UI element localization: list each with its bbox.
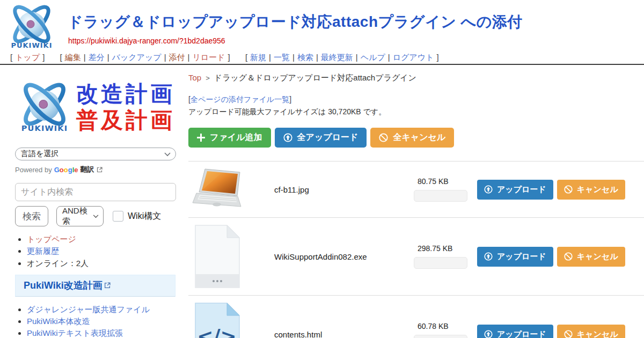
plus-icon: [197, 134, 205, 142]
site-search-input[interactable]: [15, 183, 176, 201]
all-attachments-link[interactable]: 全ページの添付ファイル一覧: [191, 95, 289, 104]
sidebar-link-core-mod[interactable]: PukiWiki本体改造: [27, 317, 90, 326]
file-name: cf-b11.jpg: [274, 185, 414, 194]
nav-group-page: [編集|差分|バックアップ|添付|リロード]: [57, 53, 233, 62]
upload-all-button[interactable]: 全アップロード: [275, 128, 367, 148]
search-controls: 検索 AND検索 Wiki構文: [15, 206, 177, 226]
add-files-button[interactable]: ファイル追加: [188, 128, 271, 148]
google-translate-credit: Powered by Google 翻訳: [15, 165, 177, 174]
upload-file-list: cf-b11.jpg 80.75 KB アップロード キャンセル: [188, 161, 644, 338]
google-logo: Google: [54, 166, 78, 174]
attach-list-line: [全ページの添付ファイル一覧]: [188, 95, 644, 105]
arrow-circle-up-icon: [484, 330, 493, 338]
cancel-button[interactable]: キャンセル: [557, 180, 625, 200]
search-mode-value: AND検索: [62, 206, 91, 226]
html-file-icon: </>: [194, 302, 240, 338]
nav-link-edit[interactable]: 編集: [65, 53, 81, 62]
nav-link-backup[interactable]: バックアップ: [112, 53, 162, 62]
pukiwiki-logo-icon[interactable]: PUKIWIKI: [5, 3, 58, 51]
nav-group-top: [トップ]: [8, 53, 47, 62]
nav-link-search[interactable]: 検索: [297, 53, 313, 62]
list-item: PukiWikiテキスト表現拡張: [27, 327, 177, 338]
sidebar-link-common-files[interactable]: ダジャレンジャー版共通ファイル: [27, 305, 150, 314]
list-item: PukiWiki本体改造: [27, 315, 177, 327]
sidebar-link-history[interactable]: 更新履歴: [27, 246, 59, 255]
generic-file-icon: [194, 224, 240, 289]
nav-group-site: [新規|一覧|検索|最終更新|ヘルプ|ログアウト]: [243, 53, 442, 62]
nav-link-reload[interactable]: リロード: [192, 53, 225, 62]
upload-button[interactable]: アップロード: [477, 247, 553, 267]
sidebar-link-text-ext[interactable]: PukiWikiテキスト表現拡張: [27, 328, 123, 337]
nav-link-top[interactable]: トップ: [15, 53, 40, 62]
laptop-photo-thumbnail: [192, 168, 243, 211]
breadcrumb: Top>ドラッグ＆ドロップアップロード対応attachプラグイン: [188, 73, 644, 83]
nav-link-attach[interactable]: 添付: [169, 53, 185, 62]
language-select[interactable]: 言語を選択: [15, 148, 176, 160]
sidebar-section-title: PukiWiki改造計画: [24, 280, 103, 291]
file-name: contents.html: [274, 330, 414, 338]
svg-text:</>: </>: [197, 325, 236, 338]
translate-link[interactable]: 翻訳: [80, 165, 94, 174]
arrow-circle-up-icon: [283, 133, 292, 142]
list-item: ダジャレンジャー版共通ファイル: [27, 304, 177, 315]
arrow-circle-up-icon: [484, 252, 493, 261]
chevron-down-icon: [164, 152, 171, 157]
nav-link-list[interactable]: 一覧: [274, 53, 290, 62]
breadcrumb-home-link[interactable]: Top: [188, 73, 201, 82]
search-button[interactable]: 検索: [15, 206, 48, 226]
sidebar-banner-text: 改造計画 普及計画: [76, 81, 175, 134]
banner-line-fukyu: 普及計画: [76, 107, 175, 134]
ban-icon: [564, 252, 573, 261]
banner-line-kaizo: 改造計画: [76, 81, 175, 107]
upload-button[interactable]: アップロード: [477, 325, 553, 338]
external-link-icon: [104, 282, 111, 289]
nav-link-help[interactable]: ヘルプ: [361, 53, 385, 62]
wiki-syntax-checkbox[interactable]: [113, 211, 123, 222]
cancel-all-button[interactable]: 全キャンセル: [370, 128, 454, 148]
list-item: トップページ: [27, 233, 177, 245]
sidebar: 改造計画 普及計画 言語を選択 Powered by Google 翻訳 検索 …: [0, 65, 185, 338]
file-size: 80.75 KB: [414, 177, 477, 186]
nav-link-logout[interactable]: ログアウト: [393, 53, 434, 62]
bulk-actions: ファイル追加 全アップロード 全キャンセル: [188, 128, 644, 148]
upload-progress-bar: [414, 257, 467, 269]
upload-progress-bar: [414, 335, 467, 338]
file-name: WikiSupportAddin082.exe: [274, 252, 414, 261]
cancel-button[interactable]: キャンセル: [557, 325, 625, 338]
list-item: 更新履歴: [27, 245, 177, 256]
file-row: </> contents.html 60.78 KB アップロード キャンセル: [188, 295, 644, 338]
sidebar-plugin-links: ダジャレンジャー版共通ファイル PukiWiki本体改造 PukiWikiテキス…: [27, 304, 177, 338]
ban-icon: [564, 330, 573, 338]
chevron-down-icon: [93, 215, 99, 218]
search-mode-select[interactable]: AND検索: [56, 206, 104, 226]
ban-icon: [564, 185, 573, 194]
wiki-syntax-label: Wiki構文: [128, 211, 161, 222]
nav-link-recent[interactable]: 最終更新: [321, 53, 353, 62]
file-row: cf-b11.jpg 80.75 KB アップロード キャンセル: [188, 161, 644, 217]
page-header: PUKIWIKI ドラッグ＆ドロップアップロード対応attachプラグイン への…: [0, 0, 644, 52]
arrow-circle-up-icon: [484, 185, 493, 194]
main-content: Top>ドラッグ＆ドロップアップロード対応attachプラグイン [全ページの添…: [185, 65, 644, 338]
max-upload-size-text: アップロード可能最大ファイルサイズは 30,720KB です。: [188, 107, 644, 117]
upload-button[interactable]: アップロード: [477, 180, 553, 200]
sidebar-link-toppage[interactable]: トップページ: [27, 234, 76, 244]
external-link-icon: [97, 167, 103, 173]
upload-progress-bar: [414, 190, 467, 202]
powered-by-text: Powered by: [15, 166, 52, 174]
top-menubar: [トップ] [編集|差分|バックアップ|添付|リロード] [新規|一覧|検索|最…: [0, 52, 644, 65]
pukiwiki-atom-icon: [15, 80, 74, 135]
nav-link-diff[interactable]: 差分: [89, 53, 105, 62]
sidebar-banner[interactable]: 改造計画 普及計画: [15, 80, 177, 135]
file-size: 298.75 KB: [414, 244, 477, 253]
file-size: 60.78 KB: [414, 322, 477, 330]
file-row: WikiSupportAddin082.exe 298.75 KB アップロード…: [188, 217, 644, 295]
sidebar-quick-links: トップページ 更新履歴 オンライン：2人: [27, 233, 177, 269]
sidebar-section-header[interactable]: PukiWiki改造計画: [15, 275, 175, 297]
ban-icon: [379, 133, 388, 142]
nav-link-new[interactable]: 新規: [250, 53, 266, 62]
page-url: https://pukiwiki.dajya-ranger.com/?1bd2d…: [68, 36, 225, 45]
cancel-button[interactable]: キャンセル: [557, 247, 625, 267]
online-count: オンライン：2人: [27, 259, 89, 268]
language-select-value: 言語を選択: [21, 149, 58, 159]
breadcrumb-current: ドラッグ＆ドロップアップロード対応attachプラグイン: [214, 73, 416, 82]
